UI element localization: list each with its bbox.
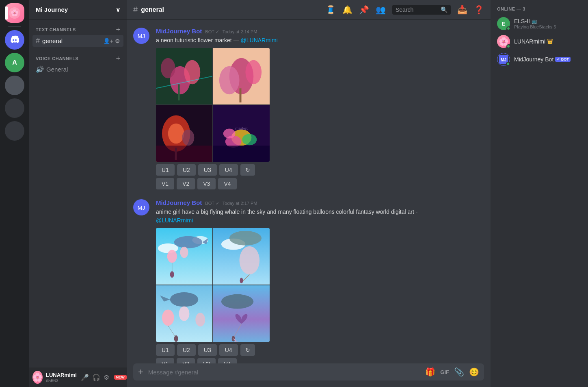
add-attachment-button[interactable]: + [138,363,143,380]
voice-channel-general[interactable]: 🔊 General [32,64,123,75]
server-icon-other2[interactable] [5,76,24,95]
message-input-bar: + 🎁 GIF 📎 😊 [127,363,491,387]
flowers-v1-button[interactable]: V1 [156,178,174,189]
balloons-u1-button[interactable]: U1 [156,344,175,356]
inbox-icon[interactable]: 📥 [457,5,467,15]
message-group-balloons: MJ MidJourney Bot BOT ✓ Today at 2:17 PM… [127,198,491,363]
flowers-image-grid[interactable]: market [156,48,270,162]
chat-header-actions: 🧵 🔔 📌 👥 🔍 📥 ❓ [326,5,484,15]
server-icon-other3[interactable] [5,98,24,118]
gift-icon[interactable]: 🎁 [425,367,435,377]
emoji-icon[interactable]: 😊 [469,367,479,377]
threads-icon[interactable]: 🧵 [326,5,336,15]
add-text-channel-button[interactable]: + [116,26,120,33]
balloons-u2-button[interactable]: U2 [177,344,196,356]
member-activity-els2: Playing BlueStacks 5 [514,24,556,29]
svg-point-33 [174,236,203,248]
server-icon-wrapper: 🌸 [5,3,24,23]
help-icon[interactable]: ❓ [474,5,484,15]
bot-avatar-1: MJ [133,28,149,44]
search-box[interactable]: 🔍 [392,5,451,15]
search-input[interactable] [396,7,438,13]
bot-tag-2: BOT ✓ [205,201,219,206]
flower-image-3 [156,105,212,162]
new-badge: NEW [114,375,127,380]
bell-icon[interactable]: 🔔 [342,5,352,15]
add-voice-channel-button[interactable]: + [116,55,120,62]
channel-hash-icon: # [36,37,40,45]
svg-point-40 [229,231,262,246]
flowers-refresh-button[interactable]: ↻ [240,164,255,176]
channel-sidebar: Mi Journey ∨ TEXT CHANNELS + # general 👤… [29,0,127,387]
svg-point-24 [242,134,257,145]
flowers-v4-button[interactable]: V4 [218,178,236,189]
svg-text:MJ: MJ [138,204,145,211]
svg-rect-14 [240,88,242,102]
balloons-v2-button[interactable]: V2 [177,358,195,363]
server-icon-other1[interactable]: A [5,53,24,72]
svg-point-45 [170,292,199,307]
svg-point-17 [168,124,184,144]
flowers-v3-button[interactable]: V3 [197,178,216,189]
balloons-v1-button[interactable]: V1 [156,358,174,363]
voice-channels-label: VOICE CHANNELS [36,56,78,61]
search-icon: 🔍 [441,7,447,13]
balloons-action-buttons-row2: V1 V2 V3 V4 [156,358,484,363]
svg-rect-20 [156,146,212,162]
gif-icon[interactable]: GIF [440,369,449,375]
balloons-refresh-button[interactable]: ↻ [240,344,255,356]
balloons-v3-button[interactable]: V3 [197,358,216,363]
user-name: LUNARmimi [46,372,77,378]
voice-channel-general-label: General [46,66,120,73]
member-item-lunarmimi[interactable]: 🌸 LUNARmimi 👑 [494,33,585,50]
channel-title: general [141,6,164,13]
svg-point-43 [240,278,243,283]
member-item-els2[interactable]: E ELS-II 📺 Playing BlueStacks 5 [494,15,585,33]
balloon-svg-3 [156,285,212,342]
balloons-v4-button[interactable]: V4 [218,358,236,363]
balloons-u3-button[interactable]: U3 [198,344,217,356]
flowers-u4-button[interactable]: U4 [219,164,238,176]
svg-text:🌸: 🌸 [11,9,19,17]
svg-point-50 [174,335,178,342]
lunarmimi-status-dot [506,44,510,48]
headset-icon[interactable]: 🎧 [91,373,101,382]
microphone-icon[interactable]: 🎤 [80,373,90,382]
server-icon-letter: A [12,59,17,66]
member-item-midjourney-bot[interactable]: MJ MidJourney Bot ✓ BOT [494,50,585,68]
channel-settings-icon[interactable]: ⚙ [115,38,120,44]
server-icon-other4[interactable] [5,121,24,141]
flowers-u2-button[interactable]: U2 [177,164,196,176]
svg-text:MJ: MJ [501,58,506,62]
screen-share-icon: 📺 [532,19,537,24]
online-count-label: ONLINE — 3 [494,7,585,11]
svg-point-54 [232,336,235,341]
user-bar: 🌸 LUNARmimi #5663 🎤 🎧 ⚙ NEW [29,367,127,387]
mention-link-1[interactable]: @LUNARmimi [241,37,278,43]
channel-item-general[interactable]: # general 👤+ ⚙ [32,35,123,47]
balloons-image-grid[interactable] [156,228,270,342]
add-member-icon[interactable]: 👤+ [103,38,113,44]
server-sidebar: 🌸 A [0,0,29,387]
members-sidebar: ONLINE — 3 E ELS-II 📺 Playing BlueStacks… [491,0,588,387]
flowers-v2-button[interactable]: V2 [177,178,195,189]
balloon-image-3 [156,285,212,342]
svg-point-18 [182,130,195,146]
balloons-u4-button[interactable]: U4 [219,344,238,356]
svg-point-13 [245,60,262,85]
upload-icon[interactable]: 📎 [454,367,464,377]
svg-point-34 [167,250,177,263]
balloon-svg-1 [156,228,212,285]
channel-general-label: general [42,37,101,44]
flowers-u3-button[interactable]: U3 [198,164,217,176]
server-icon-discord[interactable] [5,30,24,50]
message-input[interactable] [148,364,420,380]
svg-rect-26 [213,146,270,162]
server-name-bar[interactable]: Mi Journey ∨ [29,0,127,20]
pin-icon[interactable]: 📌 [359,5,369,15]
member-info-bot: MidJourney Bot ✓ BOT [514,56,571,63]
user-settings-icon[interactable]: ⚙ [103,373,110,382]
members-icon[interactable]: 👥 [376,5,386,15]
flowers-u1-button[interactable]: U1 [156,164,175,176]
mention-link-2[interactable]: @LUNARmimi [156,217,193,224]
